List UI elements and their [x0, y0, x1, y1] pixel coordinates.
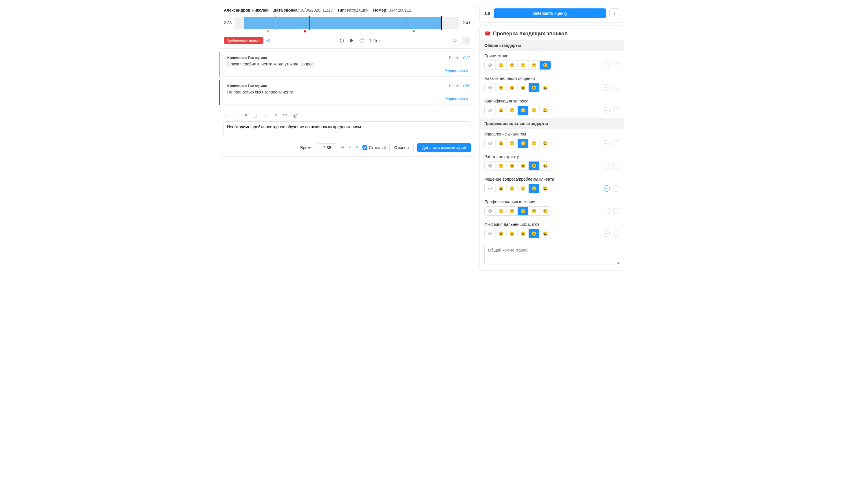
general-comment-textarea[interactable]	[484, 245, 619, 265]
rating-option-4[interactable]: 🙂	[528, 61, 540, 70]
rating-option-2[interactable]: 🙁	[507, 207, 518, 215]
rating-option-5[interactable]: 😃	[540, 162, 551, 170]
comment-icon[interactable]: ⋯	[604, 62, 610, 68]
comment-icon[interactable]: ⋯	[604, 140, 610, 146]
rating-option-3[interactable]: 😐	[518, 61, 528, 70]
flag-red-icon[interactable]: ⚑	[341, 145, 344, 150]
rating-option-3[interactable]: 😐	[518, 162, 528, 170]
comment-icon[interactable]: ⋯	[604, 208, 610, 214]
rating-option-4[interactable]: 🙂	[528, 229, 540, 238]
rating-option-2[interactable]: 🙁	[507, 229, 518, 238]
call-tag[interactable]: Проблемный звоно...	[224, 37, 264, 44]
comment-icon[interactable]: ⋯	[604, 107, 610, 113]
cancel-button[interactable]: Отмена	[389, 143, 414, 152]
timeline-marker[interactable]	[309, 16, 310, 30]
comment-time[interactable]: 0:22	[463, 56, 470, 60]
rating-option-4[interactable]: 🙂	[528, 207, 540, 215]
info-icon[interactable]: i	[613, 185, 619, 192]
rating-na[interactable]	[485, 162, 496, 170]
hidden-checkbox[interactable]: Скрытый	[362, 145, 385, 150]
rating-option-2[interactable]: 🙁	[507, 83, 518, 92]
rating-option-3[interactable]: 😐	[518, 83, 528, 92]
rating-na[interactable]	[485, 207, 496, 215]
rating-option-2[interactable]: 🙁	[507, 139, 518, 148]
timeline-marker[interactable]	[441, 16, 442, 30]
rating-na[interactable]	[485, 139, 496, 148]
forward-icon[interactable]	[359, 38, 364, 43]
finish-button[interactable]: Завершить оценку	[494, 8, 606, 18]
rating-option-5[interactable]: 😃	[540, 106, 551, 115]
play-icon[interactable]	[349, 38, 354, 43]
rating-option-4[interactable]: 🙂	[528, 162, 540, 170]
comment-textarea[interactable]	[223, 121, 471, 138]
rating-na[interactable]	[485, 229, 496, 238]
comment-icon[interactable]: ⋯	[604, 230, 610, 237]
info-icon[interactable]: i	[613, 163, 619, 169]
rating-option-1[interactable]: 😟	[496, 229, 507, 238]
comment-icon[interactable]: ⋯	[604, 163, 610, 169]
comment-time[interactable]: 0:50	[463, 84, 470, 88]
unordered-list-icon[interactable]	[283, 113, 288, 119]
rating-option-3[interactable]: 😐	[518, 184, 528, 193]
rating-na[interactable]	[485, 184, 496, 193]
rating-option-3[interactable]: 😐	[518, 207, 528, 215]
rating-option-4[interactable]: 🙂	[528, 106, 540, 115]
rating-option-4[interactable]: 🙂	[528, 184, 540, 193]
rating-option-1[interactable]: 😟	[496, 139, 507, 148]
flag-green-icon[interactable]: ⚑	[355, 145, 359, 150]
rating-option-5[interactable]: 😃	[540, 139, 551, 148]
rating-option-3[interactable]: 😐	[518, 229, 528, 238]
rating-option-1[interactable]: 😟	[496, 207, 507, 215]
info-icon[interactable]: i	[613, 140, 619, 146]
rating-option-3[interactable]: 😐	[518, 106, 528, 115]
info-icon[interactable]: i	[613, 208, 619, 214]
rewind-icon[interactable]	[340, 38, 344, 43]
info-icon[interactable]: i	[613, 85, 619, 91]
edit-link[interactable]: Редактировать	[227, 69, 470, 73]
speed-select[interactable]: 1.25	[369, 38, 381, 43]
info-icon[interactable]: i	[613, 107, 619, 113]
rating-option-5[interactable]: 😃	[540, 207, 551, 215]
rating-option-3[interactable]: 😐	[518, 139, 528, 148]
rating-na[interactable]	[485, 61, 496, 70]
rating-option-5[interactable]: 😃	[540, 229, 551, 238]
info-icon[interactable]: i	[613, 230, 619, 237]
rating-option-1[interactable]: 😟	[496, 162, 507, 170]
flag-icon[interactable]: ⚑	[266, 29, 270, 34]
rating-option-1[interactable]: 😟	[496, 61, 507, 70]
ordered-list-icon[interactable]: 123	[273, 113, 278, 119]
more-icon[interactable]: ⋮	[609, 8, 619, 18]
rating-option-4[interactable]: 🙂	[528, 83, 540, 92]
timeline-marker[interactable]	[408, 16, 408, 30]
flag-icon[interactable]: ⚑	[303, 29, 307, 34]
rating-option-1[interactable]: 😟	[496, 106, 507, 115]
edit-link[interactable]: Редактировать	[227, 97, 470, 101]
tag-icon[interactable]	[451, 36, 459, 44]
flag-orange-icon[interactable]: ⚑	[348, 145, 352, 150]
underline-icon[interactable]: U	[253, 113, 258, 119]
italic-icon[interactable]: I	[263, 113, 268, 119]
rating-option-2[interactable]: 🙁	[507, 184, 518, 193]
flag-icon[interactable]: ⚑	[412, 29, 416, 34]
rating-option-2[interactable]: 🙁	[507, 106, 518, 115]
bold-icon[interactable]: B	[244, 113, 249, 119]
add-comment-button[interactable]: Добавить комментарий	[417, 143, 471, 152]
rating-option-5[interactable]: 😃	[540, 61, 551, 70]
rating-option-1[interactable]: 😟	[496, 184, 507, 193]
comment-icon[interactable]: ⋯	[604, 85, 610, 91]
rating-option-1[interactable]: 😟	[496, 83, 507, 92]
rating-option-4[interactable]: 🙂	[528, 139, 540, 148]
rating-option-2[interactable]: 🙁	[507, 61, 518, 70]
time-input[interactable]	[317, 143, 337, 152]
rating-na[interactable]	[485, 106, 496, 115]
rating-na[interactable]	[485, 83, 496, 92]
rating-option-2[interactable]: 🙁	[507, 162, 518, 170]
rating-option-5[interactable]: 😃	[540, 184, 551, 193]
timeline[interactable]	[235, 17, 459, 29]
more-tags[interactable]: +3	[266, 38, 270, 42]
timeline-marker[interactable]	[275, 16, 276, 30]
comment-icon[interactable]: ⋯	[604, 185, 610, 192]
info-icon[interactable]: i	[613, 62, 619, 68]
rating-option-5[interactable]: 😃	[540, 83, 551, 92]
emoji-icon[interactable]	[293, 113, 298, 119]
